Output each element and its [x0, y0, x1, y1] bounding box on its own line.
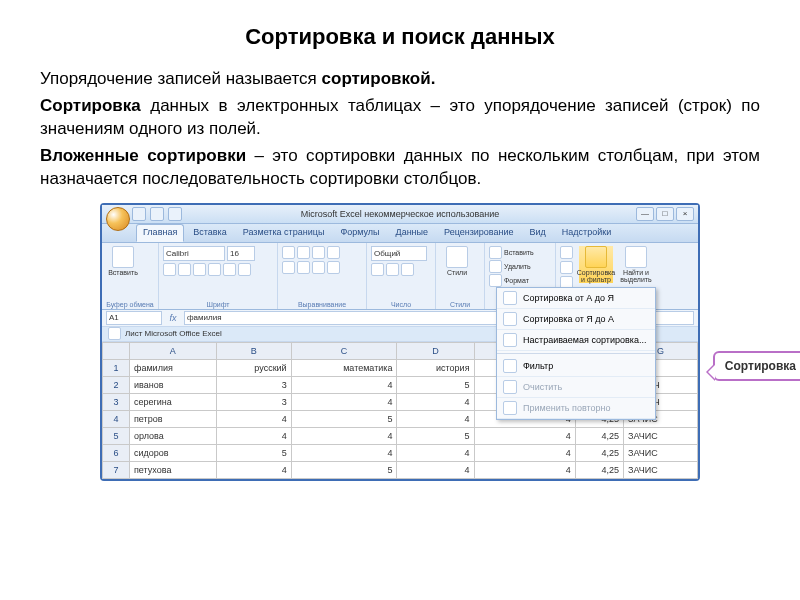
fx-icon[interactable]: fx: [166, 313, 180, 323]
styles-button[interactable]: Стили: [440, 246, 474, 276]
align-btn[interactable]: [282, 246, 295, 259]
align-btn[interactable]: [312, 246, 325, 259]
column-header[interactable]: D: [397, 342, 474, 359]
align-btn[interactable]: [312, 261, 325, 274]
cell[interactable]: серегина: [130, 393, 217, 410]
column-header[interactable]: A: [130, 342, 217, 359]
row-header[interactable]: 5: [103, 427, 130, 444]
cell[interactable]: 4: [216, 461, 291, 478]
insert-cells-button[interactable]: [489, 246, 502, 259]
menu-item[interactable]: Фильтр: [497, 356, 655, 377]
cell[interactable]: 4: [397, 393, 474, 410]
row-header[interactable]: 1: [103, 359, 130, 376]
fill-color-button[interactable]: [223, 263, 236, 276]
cell[interactable]: 5: [291, 461, 397, 478]
table-row[interactable]: 7петухова45444,25ЗАЧИС: [103, 461, 698, 478]
row-header[interactable]: 6: [103, 444, 130, 461]
minimize-button[interactable]: —: [636, 207, 654, 221]
row-header[interactable]: 2: [103, 376, 130, 393]
cell[interactable]: русский: [216, 359, 291, 376]
num-btn[interactable]: [386, 263, 399, 276]
num-btn[interactable]: [401, 263, 414, 276]
close-button[interactable]: ×: [676, 207, 694, 221]
cell[interactable]: иванов: [130, 376, 217, 393]
cell[interactable]: 5: [291, 410, 397, 427]
align-btn[interactable]: [297, 246, 310, 259]
font-size-combo[interactable]: 16: [227, 246, 255, 261]
tab-data[interactable]: Данные: [389, 224, 436, 242]
cell[interactable]: орлова: [130, 427, 217, 444]
format-cells-button[interactable]: [489, 274, 502, 287]
cell[interactable]: сидоров: [130, 444, 217, 461]
cell[interactable]: 4,25: [575, 461, 623, 478]
maximize-button[interactable]: □: [656, 207, 674, 221]
cell[interactable]: ЗАЧИС: [624, 444, 698, 461]
row-header[interactable]: 3: [103, 393, 130, 410]
font-name-combo[interactable]: Calibri: [163, 246, 225, 261]
find-select-button[interactable]: Найти и выделить: [619, 246, 653, 283]
number-format-combo[interactable]: Общий: [371, 246, 427, 261]
sort-filter-button[interactable]: Сортировка и фильтр: [579, 246, 613, 283]
align-btn[interactable]: [327, 246, 340, 259]
cell[interactable]: 4: [474, 427, 575, 444]
window-controls[interactable]: — □ ×: [636, 207, 694, 221]
cell[interactable]: 4: [397, 444, 474, 461]
cell[interactable]: 4: [474, 461, 575, 478]
cell[interactable]: петров: [130, 410, 217, 427]
cell[interactable]: 4,25: [575, 427, 623, 444]
tab-formulas[interactable]: Формулы: [333, 224, 386, 242]
tab-addins[interactable]: Надстройки: [555, 224, 618, 242]
align-btn[interactable]: [327, 261, 340, 274]
quick-access-toolbar[interactable]: [132, 207, 182, 221]
num-btn[interactable]: [371, 263, 384, 276]
underline-button[interactable]: [193, 263, 206, 276]
cell[interactable]: 4: [216, 410, 291, 427]
tab-view[interactable]: Вид: [523, 224, 553, 242]
cell[interactable]: ЗАЧИС: [624, 427, 698, 444]
align-btn[interactable]: [297, 261, 310, 274]
italic-button[interactable]: [178, 263, 191, 276]
cell[interactable]: 4: [397, 461, 474, 478]
paste-button[interactable]: Вставить: [106, 246, 140, 276]
tab-insert[interactable]: Вставка: [186, 224, 233, 242]
row-header[interactable]: 4: [103, 410, 130, 427]
cell[interactable]: фамилия: [130, 359, 217, 376]
cell[interactable]: история: [397, 359, 474, 376]
cell[interactable]: 5: [397, 427, 474, 444]
font-color-button[interactable]: [238, 263, 251, 276]
cell[interactable]: ЗАЧИС: [624, 461, 698, 478]
cell[interactable]: математика: [291, 359, 397, 376]
table-row[interactable]: 5орлова44544,25ЗАЧИС: [103, 427, 698, 444]
cell[interactable]: 4: [474, 444, 575, 461]
menu-item[interactable]: Сортировка от Я до А: [497, 309, 655, 330]
column-header[interactable]: B: [216, 342, 291, 359]
tab-review[interactable]: Рецензирование: [437, 224, 521, 242]
cell[interactable]: 5: [397, 376, 474, 393]
tab-page-layout[interactable]: Разметка страницы: [236, 224, 332, 242]
tab-home[interactable]: Главная: [136, 224, 184, 242]
office-button[interactable]: [106, 207, 130, 231]
cell[interactable]: 4: [291, 393, 397, 410]
fill-button[interactable]: [560, 261, 573, 274]
cell[interactable]: 4: [291, 444, 397, 461]
column-header[interactable]: [103, 342, 130, 359]
bold-button[interactable]: [163, 263, 176, 276]
cell[interactable]: 3: [216, 393, 291, 410]
row-header[interactable]: 7: [103, 461, 130, 478]
cell[interactable]: 3: [216, 376, 291, 393]
autosum-button[interactable]: [560, 246, 573, 259]
cell[interactable]: петухова: [130, 461, 217, 478]
cell[interactable]: 4,25: [575, 444, 623, 461]
table-row[interactable]: 6сидоров54444,25ЗАЧИС: [103, 444, 698, 461]
cell[interactable]: 4: [397, 410, 474, 427]
menu-item[interactable]: Настраиваемая сортировка...: [497, 330, 655, 351]
align-btn[interactable]: [282, 261, 295, 274]
cell[interactable]: 4: [291, 427, 397, 444]
cell[interactable]: 4: [291, 376, 397, 393]
column-header[interactable]: C: [291, 342, 397, 359]
name-box[interactable]: A1: [106, 311, 162, 325]
delete-cells-button[interactable]: [489, 260, 502, 273]
cell[interactable]: 4: [216, 427, 291, 444]
menu-item[interactable]: Сортировка от А до Я: [497, 288, 655, 309]
cell[interactable]: 5: [216, 444, 291, 461]
